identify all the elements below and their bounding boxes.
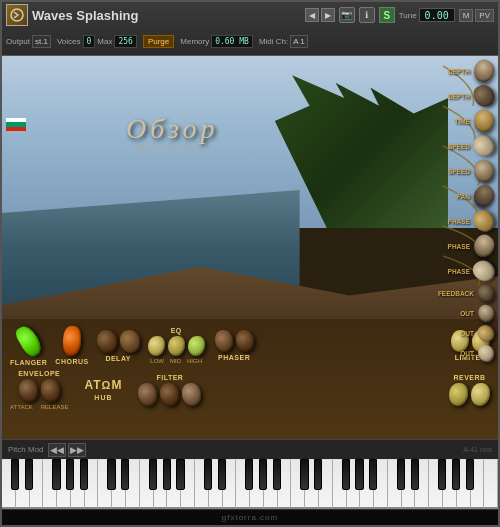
black-key[interactable] (355, 459, 363, 490)
depth1-knob[interactable] (470, 56, 498, 85)
speed2-row: SPEED (430, 160, 494, 182)
depth1-row: DEPTH (430, 60, 494, 82)
max-value[interactable]: 256 (114, 35, 136, 48)
phaser-label: PHASER (218, 354, 250, 361)
eq-low-knob[interactable] (148, 336, 165, 356)
black-key[interactable] (452, 459, 460, 490)
feedback-knob[interactable] (478, 285, 494, 302)
speed2-knob[interactable] (472, 158, 496, 183)
filter-knob2[interactable] (160, 383, 179, 406)
top-row2: Output st.1 Voices 0 Max 256 Purge Memor… (2, 29, 498, 56)
reverb-knob2[interactable] (471, 383, 490, 406)
instrument-area: Обзор Genius loci DEPTH DEPTH (2, 56, 498, 439)
filter-knobs (138, 383, 201, 406)
octave-up-btn[interactable]: ▶▶ (68, 443, 86, 457)
info-icon-btn[interactable]: ℹ (359, 7, 375, 23)
black-key[interactable] (438, 459, 446, 490)
speed2-label: SPEED (430, 168, 470, 175)
black-key[interactable] (149, 459, 157, 490)
time-knob[interactable] (471, 107, 497, 135)
feedback-label: FEEDBACK (434, 290, 474, 297)
black-key[interactable] (411, 459, 419, 490)
out1-knob[interactable] (476, 303, 496, 324)
phase1-knob[interactable] (471, 207, 497, 235)
black-key[interactable] (66, 459, 74, 490)
reverb-knob1[interactable] (449, 383, 468, 406)
envelope-knobs (19, 379, 60, 402)
black-key[interactable] (121, 459, 129, 490)
black-key[interactable] (218, 459, 226, 490)
white-key[interactable] (484, 459, 498, 509)
black-key[interactable] (342, 459, 350, 490)
out3-row: OUT (430, 345, 494, 362)
phaser-knob1[interactable] (215, 330, 233, 352)
next-instrument-btn[interactable]: ▶ (321, 8, 335, 22)
attack-knob[interactable] (19, 379, 38, 402)
black-key[interactable] (80, 459, 88, 490)
phaser-knob2[interactable] (236, 330, 254, 352)
black-key[interactable] (176, 459, 184, 490)
purge-btn[interactable]: Purge (143, 35, 174, 48)
memory-group: Memory 0.60 MB (180, 35, 253, 48)
speed1-knob[interactable] (470, 131, 498, 160)
kontakt-logo (6, 4, 28, 26)
filter-knob1[interactable] (138, 383, 157, 406)
delay-knob1[interactable] (97, 330, 117, 353)
pitch-mod-label: Pitch Mod (8, 445, 44, 454)
black-key[interactable] (52, 459, 60, 490)
pitch-mod-row: Pitch Mod ◀◀ ▶▶ A-41 root (2, 439, 498, 459)
pan-row: PAN (430, 185, 494, 207)
controls-row1: FLANGER CHORUS DELAY (2, 319, 498, 368)
black-key[interactable] (397, 459, 405, 490)
pan-knob[interactable] (469, 181, 498, 211)
eq-mid-knob[interactable] (168, 336, 185, 356)
speed1-label: SPEED (430, 143, 470, 150)
out3-knob[interactable] (478, 345, 494, 362)
controls-row2: ENVELOPE ATTACK RELEASE ATΩM HUB (2, 368, 498, 412)
eq-high-knob[interactable] (188, 336, 205, 356)
octave-down-btn[interactable]: ◀◀ (48, 443, 66, 457)
black-key[interactable] (273, 459, 281, 490)
filter-knob3[interactable] (182, 383, 201, 406)
depth2-knob[interactable] (471, 83, 496, 109)
atom-logo-text: ATΩM (84, 378, 122, 394)
feedback-row: FEEDBACK (430, 285, 494, 302)
black-key[interactable] (204, 459, 212, 490)
solo-btn[interactable]: S (379, 7, 395, 23)
phaser-group: PHASER (215, 330, 254, 361)
black-key[interactable] (259, 459, 267, 490)
midi-btn[interactable]: M (459, 9, 474, 22)
output-value[interactable]: st.1 (32, 35, 51, 48)
delay-label: DELAY (105, 355, 131, 362)
black-key[interactable] (25, 459, 33, 490)
tune-display[interactable]: 0.00 (419, 8, 455, 22)
flanger-knobs (20, 325, 38, 357)
phase3-row: PHASE (430, 260, 494, 282)
black-key[interactable] (163, 459, 171, 490)
black-key[interactable] (314, 459, 322, 490)
release-knob[interactable] (41, 379, 60, 402)
delay-knob2[interactable] (120, 330, 140, 353)
envelope-label: ENVELOPE (18, 370, 60, 377)
black-key[interactable] (245, 459, 253, 490)
camera-icon-btn[interactable]: 📷 (339, 7, 355, 23)
eq-knobs (148, 336, 205, 356)
envelope-group: ENVELOPE ATTACK RELEASE (10, 370, 68, 410)
prev-instrument-btn[interactable]: ◀ (305, 8, 319, 22)
keyboard-section: Pitch Mod ◀◀ ▶▶ A-41 root (2, 439, 498, 509)
filter-group: FILTER (138, 374, 201, 406)
black-key[interactable] (107, 459, 115, 490)
midi-value[interactable]: A 1 (290, 35, 308, 48)
eq-label: EQ (171, 327, 182, 334)
phase2-knob[interactable] (469, 231, 498, 260)
flanger-knob1[interactable] (13, 323, 45, 360)
black-key[interactable] (466, 459, 474, 490)
phase3-knob[interactable] (469, 256, 498, 286)
out2-knob[interactable] (475, 322, 497, 344)
pan-label: PAN (430, 193, 470, 200)
pv-btn[interactable]: PV (475, 9, 494, 22)
black-key[interactable] (11, 459, 19, 490)
black-key[interactable] (369, 459, 377, 490)
black-key[interactable] (300, 459, 308, 490)
chorus-knob1[interactable] (63, 326, 81, 356)
